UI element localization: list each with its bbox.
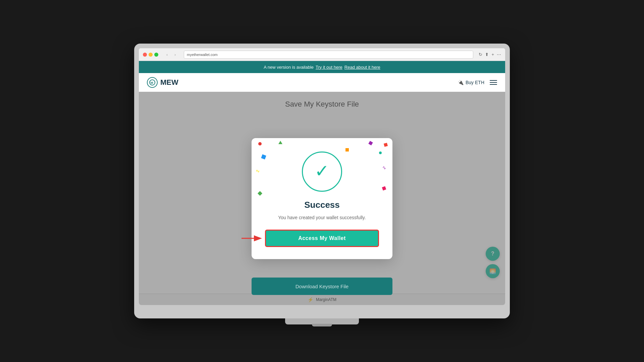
- url-text: myetherwallet.com: [187, 53, 218, 57]
- website: A new version is available Try it out he…: [139, 61, 505, 305]
- traffic-lights: [143, 53, 158, 57]
- confetti-piece: ∿: [382, 165, 387, 171]
- menu-line-1: [490, 80, 497, 81]
- confetti-piece: [278, 141, 282, 144]
- navbar: M MEW 🔌 Buy ETH: [139, 73, 505, 92]
- hamburger-menu[interactable]: [490, 80, 497, 85]
- confetti-piece: ∿: [255, 168, 260, 174]
- success-modal: ∿ ∿ ✓ Success You h: [252, 138, 392, 259]
- nav-buttons: ‹ ›: [164, 51, 178, 58]
- download-keystore-button[interactable]: Download Keystore File: [252, 278, 392, 295]
- logo-text: MEW: [160, 78, 178, 87]
- update-banner: A new version is available Try it out he…: [139, 61, 505, 73]
- confetti-piece: [258, 191, 262, 195]
- laptop-base: [285, 318, 359, 324]
- address-bar[interactable]: myetherwallet.com: [184, 51, 473, 59]
- confetti-piece: [261, 154, 266, 159]
- menu-line-3: [490, 84, 497, 85]
- read-about-link[interactable]: Read about it here: [344, 65, 380, 70]
- confetti-piece: [384, 142, 388, 146]
- success-check-circle: ✓: [302, 152, 342, 192]
- close-button[interactable]: [143, 53, 147, 57]
- confetti-piece: [258, 142, 262, 145]
- pump-icon: 🔌: [458, 80, 464, 85]
- mew-logo[interactable]: M MEW: [147, 77, 178, 88]
- maximize-button[interactable]: [154, 53, 158, 57]
- reload-icon[interactable]: ↻: [479, 52, 482, 57]
- try-it-link[interactable]: Try it out here: [316, 65, 342, 70]
- minimize-button[interactable]: [149, 53, 153, 57]
- laptop-notch: [312, 324, 332, 326]
- svg-text:M: M: [151, 81, 153, 84]
- nav-right: 🔌 Buy ETH: [458, 80, 497, 85]
- checkmark-icon: ✓: [315, 162, 329, 180]
- confetti-piece: [368, 141, 373, 145]
- laptop-screen: ‹ › myetherwallet.com ↻ ⬆ + ⋯ A new vers…: [139, 48, 505, 305]
- access-wallet-wrapper: Access My Wallet: [265, 230, 379, 247]
- more-icon[interactable]: ⋯: [497, 52, 501, 57]
- browser-chrome: ‹ › myetherwallet.com ↻ ⬆ + ⋯: [139, 48, 505, 61]
- forward-button[interactable]: ›: [172, 51, 178, 58]
- main-content: Save My Keystore File Download Keystore …: [139, 92, 505, 305]
- buy-eth-label: Buy ETH: [466, 80, 484, 85]
- confetti-piece: [379, 152, 382, 154]
- share-icon[interactable]: ⬆: [485, 52, 489, 57]
- banner-text: A new version is available: [264, 65, 314, 70]
- menu-line-2: [490, 82, 497, 83]
- back-button[interactable]: ‹: [164, 51, 170, 58]
- confetti-piece: [345, 148, 349, 152]
- red-arrow: [241, 233, 263, 244]
- bookmark-icon[interactable]: +: [491, 52, 494, 57]
- browser-icons: ↻ ⬆ + ⋯: [479, 52, 501, 57]
- confetti-piece: [382, 186, 386, 190]
- buy-eth-button[interactable]: 🔌 Buy ETH: [458, 80, 484, 85]
- access-wallet-button[interactable]: Access My Wallet: [265, 230, 379, 247]
- success-message: You have created your wallet successfull…: [278, 215, 366, 220]
- logo-icon: M: [147, 77, 158, 88]
- success-title: Success: [304, 200, 340, 210]
- laptop-frame: ‹ › myetherwallet.com ↻ ⬆ + ⋯ A new vers…: [134, 44, 510, 318]
- modal-overlay: Download Keystore File: [139, 92, 505, 305]
